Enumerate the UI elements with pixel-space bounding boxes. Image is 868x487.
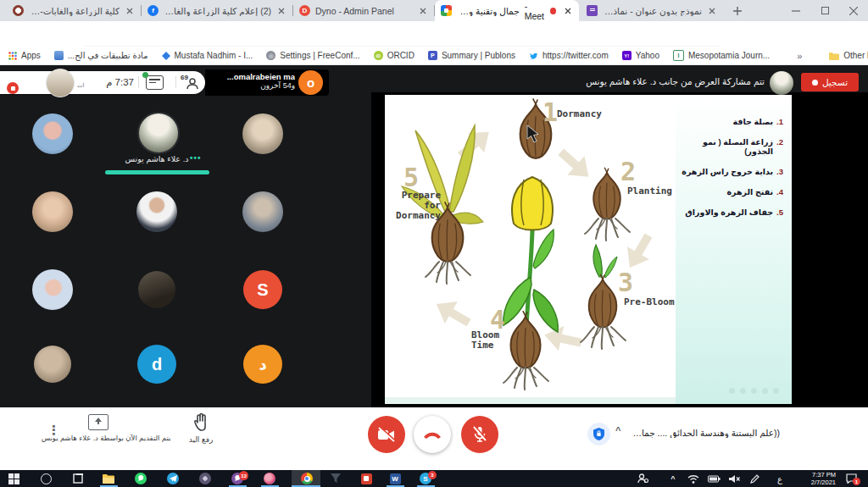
volume-muted-tray-icon[interactable]	[727, 472, 741, 485]
meet-main-area: 1 Dormancy 2 Planting 3 Pre-Bloom 4 Bloo…	[0, 65, 868, 407]
whatsapp-button[interactable]	[134, 472, 147, 485]
freeconf-icon: ◎	[266, 51, 275, 60]
mini-label: ات	[77, 82, 85, 89]
meeting-safety-shield-icon[interactable]	[587, 423, 610, 445]
close-icon[interactable]	[563, 6, 573, 16]
tab-college-site[interactable]: كلية الزراعة والغابات-جامعة المو	[7, 0, 141, 21]
participant-tile-letter[interactable]: د	[243, 345, 282, 384]
facebook-icon: f	[147, 5, 159, 16]
list-item: 5.جفاف الزهرة والاوراق	[681, 208, 783, 217]
close-icon[interactable]	[125, 6, 135, 16]
participant-tile-letter[interactable]: S	[243, 270, 282, 309]
recording-dot-icon	[550, 8, 556, 14]
tulip-lifecycle-diagram: 1 Dormancy 2 Planting 3 Pre-Bloom 4 Bloo…	[385, 95, 676, 404]
tile-options-dots[interactable]: •••	[190, 153, 202, 163]
battery-tray-icon[interactable]	[707, 472, 721, 485]
apps-grid-icon	[8, 52, 17, 60]
participant-tile[interactable]	[136, 191, 177, 232]
presenter-mini-avatar	[770, 71, 793, 95]
stage-1-number: 1	[542, 97, 558, 127]
meeting-avatar[interactable]	[46, 69, 75, 97]
stage-3-label: Pre-Bloom	[624, 296, 675, 307]
wifi-tray-icon[interactable]	[687, 472, 700, 485]
participant-tile[interactable]	[242, 113, 283, 154]
camera-off-button[interactable]	[368, 416, 405, 453]
tab-title-latin: - Meet	[525, 1, 546, 21]
window-close-button[interactable]	[839, 0, 868, 21]
taskbar-clock[interactable]: 7:37 PM 2/7/2021	[788, 472, 836, 486]
tab-title-arabic: جمال وتقنية وعلاج ))	[457, 6, 520, 16]
tab-facebook[interactable]: f (2) إعلام كلية الزراعة والغابات/	[142, 0, 292, 21]
close-icon[interactable]	[276, 6, 287, 16]
window-minimize-button[interactable]	[782, 0, 810, 21]
bookmark-mustafa[interactable]: Mustafa Nadhim - ا...	[162, 51, 253, 60]
participant-tile[interactable]	[32, 191, 73, 232]
tab-meet-active[interactable]: جمال وتقنية وعلاج )) - Meet	[435, 0, 579, 21]
meeting-details-caret-icon[interactable]: ^	[615, 425, 620, 435]
participant-tile-presenter[interactable]	[137, 112, 180, 154]
participant-joined-toast: omalrabeien ma... و54 آخرون o	[205, 69, 329, 96]
participant-tile[interactable]	[32, 269, 73, 310]
new-tab-button[interactable]	[731, 4, 744, 18]
mic-off-button[interactable]	[461, 416, 498, 453]
chat-icon[interactable]	[146, 75, 164, 90]
chat-status-dot	[142, 72, 148, 78]
google-forms-icon	[587, 5, 598, 16]
participant-tile[interactable]	[138, 271, 175, 308]
participant-tile[interactable]	[242, 191, 283, 232]
recording-badge: تسجيل	[801, 73, 859, 91]
word-button[interactable]: W	[388, 472, 402, 485]
college-crest-icon	[13, 5, 24, 16]
bookmark-twitter[interactable]: https://twitter.com	[529, 51, 609, 60]
cortana-button[interactable]	[39, 472, 53, 485]
bookmark-orcid[interactable]: iDORCID	[374, 51, 415, 60]
participant-tile-letter[interactable]: d	[137, 345, 176, 384]
bookmark-yahoo[interactable]: Y!Yahoo	[622, 51, 659, 60]
close-icon[interactable]	[707, 6, 717, 16]
language-indicator[interactable]: ع	[773, 472, 787, 485]
bookmark-mesopotamia[interactable]: IMesopotamia Journ...	[673, 50, 770, 61]
raise-hand-icon[interactable]	[191, 412, 211, 432]
tab-dyno-admin[interactable]: D Dyno - Admin Panel	[293, 0, 434, 21]
participant-tile[interactable]	[32, 113, 73, 154]
people-tray-icon[interactable]	[636, 472, 649, 485]
toast-avatar: o	[298, 70, 323, 95]
pen-tray-icon[interactable]	[748, 472, 761, 485]
close-icon[interactable]	[418, 6, 428, 16]
chrome-button[interactable]	[300, 472, 314, 485]
bookmark-publons[interactable]: PSummary | Publons	[428, 51, 515, 60]
list-item: 1.بصلة جافة	[681, 117, 783, 126]
window-maximize-button[interactable]	[810, 0, 839, 21]
participants-icon[interactable]	[185, 78, 200, 90]
participant-tile[interactable]	[34, 346, 71, 383]
meet-header-pill: ات 7:37 م 69	[0, 71, 205, 94]
bookmark-apps[interactable]: Apps	[8, 51, 41, 60]
other-bookmarks-button[interactable]: Other bookmarks	[829, 51, 868, 60]
bookmarks-overflow-button[interactable]: »	[797, 51, 802, 61]
bookmarks-bar: Apps مادة تطبيقات في الح... Mustafa Nadh…	[0, 47, 868, 65]
tab-google-forms[interactable]: نموذج بدون عنوان - نماذج Google	[581, 0, 723, 21]
red-app-button[interactable]	[359, 472, 373, 485]
end-call-icon	[422, 430, 442, 439]
stage-2-number: 2	[620, 157, 636, 186]
file-explorer-button[interactable]	[102, 472, 115, 485]
tab-title: نموذج بدون عنوان - نماذج Google	[603, 6, 702, 16]
utility-app-button[interactable]	[329, 472, 342, 485]
telegram-button[interactable]	[166, 472, 180, 485]
bookmark-freeconf[interactable]: ◎Settings | FreeConf...	[266, 51, 359, 60]
tab-title: (2) إعلام كلية الزراعة والغابات/	[164, 6, 271, 16]
mic-off-icon	[472, 426, 487, 443]
presenting-now-text: يتم التقديم الآن بواسطة د. علاء هاشم يون…	[34, 434, 178, 442]
start-button[interactable]	[7, 472, 20, 485]
toast-name: omalrabeien ma...	[209, 72, 295, 81]
blue-diamond-icon	[162, 52, 170, 60]
task-view-button[interactable]	[71, 472, 85, 485]
show-hidden-icons-button[interactable]: ^	[666, 472, 680, 485]
journal-icon: I	[673, 50, 684, 61]
camera-app-button[interactable]	[198, 472, 212, 485]
dyno-icon: D	[299, 5, 310, 16]
bookmark-course[interactable]: مادة تطبيقات في الح...	[54, 51, 148, 60]
stage-5-number: 5	[403, 163, 419, 192]
hang-up-button[interactable]	[414, 416, 451, 453]
photos-app-button[interactable]	[263, 472, 276, 485]
